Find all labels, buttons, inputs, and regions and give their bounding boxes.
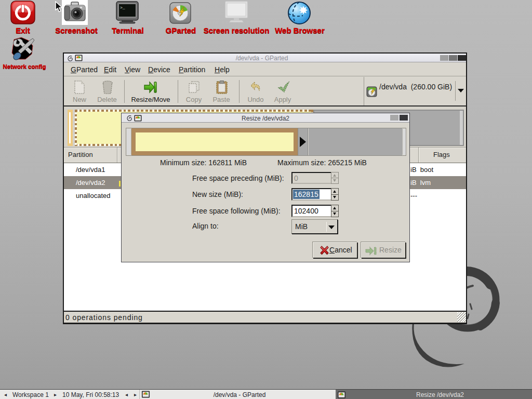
svg-text:>_: >_ [120, 5, 125, 10]
